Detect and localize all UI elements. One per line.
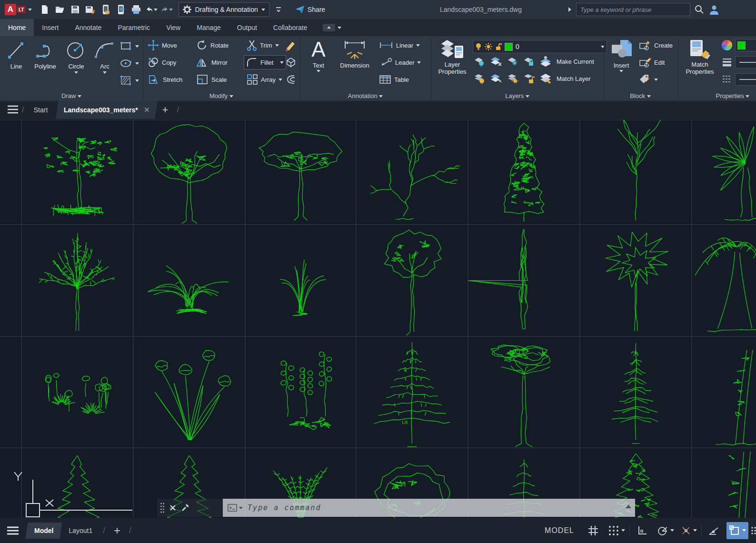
array-caret-icon[interactable] <box>279 79 282 81</box>
leader-caret-icon[interactable] <box>417 61 421 64</box>
layer-on-bulb-icon[interactable] <box>475 43 482 50</box>
layer-properties-button[interactable]: Layer Properties <box>434 38 471 75</box>
layer-unisolate-icon[interactable] <box>490 73 502 84</box>
command-input[interactable]: Type a command <box>223 499 635 517</box>
command-prompt-icon[interactable] <box>228 504 237 512</box>
table-button[interactable]: Table <box>379 73 409 86</box>
leader-button[interactable]: Leader <box>379 56 421 69</box>
ribbon-minimize-button[interactable] <box>319 19 345 36</box>
text-caret-icon[interactable] <box>317 70 320 72</box>
array-button[interactable]: Array <box>247 73 282 86</box>
layer-color-swatch[interactable] <box>505 43 513 51</box>
search-expand-icon[interactable] <box>567 6 572 13</box>
command-recent-caret-icon[interactable] <box>239 507 243 509</box>
insert-block-button[interactable]: Insert <box>607 39 635 72</box>
match-properties-button[interactable]: Match Properties <box>682 39 718 75</box>
layer-on-icon[interactable] <box>474 73 485 84</box>
copy-button[interactable]: Copy <box>148 56 176 69</box>
ortho-toggle[interactable] <box>632 522 653 539</box>
snap-angle-toggle[interactable] <box>704 522 725 539</box>
model-tab[interactable]: Model <box>26 523 62 539</box>
model-space-toggle[interactable]: MODEL <box>538 526 581 535</box>
grid-toggle[interactable] <box>583 522 604 539</box>
rectangle-button[interactable] <box>120 40 139 52</box>
close-tab-icon[interactable]: ✕ <box>144 106 150 114</box>
panel-label-block[interactable]: Block <box>604 92 677 99</box>
panel-label-properties[interactable]: Properties <box>678 92 756 99</box>
layout-menu-icon[interactable] <box>7 524 19 537</box>
ribbon-tab-home[interactable]: Home <box>0 19 34 36</box>
command-grip-icon[interactable] <box>160 503 165 513</box>
ribbon-tab-output[interactable]: Output <box>229 19 265 36</box>
line-button[interactable]: Line <box>4 39 29 70</box>
drawing-canvas[interactable] <box>0 119 756 518</box>
layer-thaw-icon[interactable] <box>507 73 518 84</box>
ellipse-button[interactable] <box>120 57 139 69</box>
command-expand-icon[interactable] <box>626 504 631 508</box>
ribbon-tab-annotate[interactable]: Annotate <box>67 19 109 36</box>
ribbon-tab-collaborate[interactable]: Collaborate <box>265 19 316 36</box>
edit-attributes-button[interactable] <box>639 73 658 86</box>
layer-unlock2-icon[interactable] <box>523 73 535 84</box>
ribbon-tab-insert[interactable]: Insert <box>34 19 67 36</box>
file-tabs-menu-icon[interactable] <box>7 103 19 116</box>
create-block-button[interactable]: Create <box>639 39 673 51</box>
layout1-tab[interactable]: Layout1 <box>61 523 100 539</box>
new-layout-button[interactable]: + <box>108 524 126 537</box>
save-button[interactable] <box>69 3 81 16</box>
redo-button[interactable] <box>160 3 173 16</box>
make-current-icon[interactable] <box>539 56 552 67</box>
polyline-button[interactable]: Polyline <box>30 39 61 70</box>
redo-caret-icon[interactable] <box>169 9 173 11</box>
panel-label-layers[interactable]: Layers <box>431 92 604 99</box>
object-color-control[interactable] <box>722 39 756 51</box>
rotate-button[interactable]: Rotate <box>196 39 229 51</box>
explode-button[interactable] <box>285 56 297 69</box>
user-account-icon[interactable] <box>709 4 719 15</box>
layer-unlock-icon[interactable] <box>495 43 502 50</box>
polar-tracking-toggle[interactable] <box>655 522 676 539</box>
undo-caret-icon[interactable] <box>154 9 158 11</box>
panel-label-draw[interactable]: Draw <box>0 92 143 99</box>
arc-button[interactable]: Arc <box>93 39 116 74</box>
file-tab-active-document[interactable]: Landscape003_meters* ✕ <box>56 101 158 119</box>
linear-button[interactable]: Linear <box>379 39 420 51</box>
layer-dropdown[interactable]: 0 <box>473 40 607 53</box>
search-input[interactable] <box>576 3 690 16</box>
fillet-button[interactable]: Fillet <box>244 55 286 69</box>
edit-block-button[interactable]: Edit <box>639 56 665 69</box>
object-snap-caret-icon[interactable] <box>742 529 746 532</box>
layer-off-icon[interactable] <box>474 56 485 67</box>
rectangle-caret-icon[interactable] <box>135 45 139 48</box>
layer-lock-icon[interactable] <box>523 56 535 67</box>
hatch-button[interactable] <box>120 74 139 87</box>
command-close-icon[interactable] <box>169 504 176 511</box>
linear-caret-icon[interactable] <box>416 44 420 47</box>
mirror-button[interactable]: Mirror <box>196 56 228 69</box>
new-file-button[interactable] <box>39 3 51 16</box>
fillet-caret-icon[interactable] <box>280 61 284 64</box>
make-current-label[interactable]: Make Current <box>557 58 594 65</box>
trim-caret-icon[interactable] <box>275 44 279 47</box>
ellipse-caret-icon[interactable] <box>135 62 139 65</box>
search-icon[interactable] <box>694 4 705 15</box>
text-button[interactable]: A Text <box>307 38 330 72</box>
share-button[interactable]: Share <box>295 5 325 14</box>
save-to-mobile-button[interactable] <box>115 3 127 16</box>
file-tab-start[interactable]: Start <box>27 101 55 119</box>
layer-freeze-icon[interactable] <box>507 56 518 67</box>
snap-caret-icon[interactable] <box>621 529 625 532</box>
match-layer-label[interactable]: Match Layer <box>557 75 591 82</box>
circle-caret-icon[interactable] <box>74 71 78 74</box>
lineweight-control[interactable] <box>722 56 756 69</box>
polar-caret-icon[interactable] <box>670 529 674 532</box>
toolbar-customize-icon[interactable] <box>272 3 285 16</box>
hatch-caret-icon[interactable] <box>135 79 139 82</box>
insert-caret-icon[interactable] <box>619 70 623 72</box>
panel-label-modify[interactable]: Modify <box>143 92 300 99</box>
layer-isolate-icon[interactable] <box>490 56 502 67</box>
ribbon-tab-parametric[interactable]: Parametric <box>109 19 158 36</box>
open-from-mobile-button[interactable] <box>99 3 112 16</box>
command-wrench-icon[interactable] <box>181 504 189 512</box>
plot-button[interactable] <box>130 3 142 16</box>
